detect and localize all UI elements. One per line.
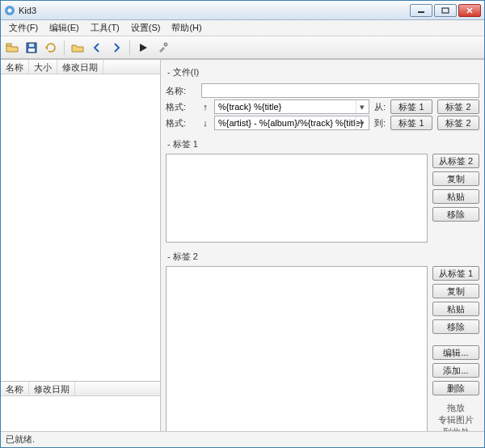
format-up-combo[interactable]: %{track} %{title} ▾: [214, 99, 369, 114]
window-title: Kid3: [19, 6, 36, 15]
tag2-paste-button[interactable]: 粘贴: [432, 302, 479, 316]
file-list-header: 名称 大小 修改日期: [1, 60, 160, 74]
titlebar: Kid3: [1, 1, 484, 20]
window-buttons: [410, 4, 481, 17]
back-icon[interactable]: [89, 40, 105, 56]
tag2-add-button[interactable]: 添加...: [432, 363, 479, 378]
svg-rect-2: [418, 11, 424, 13]
svg-point-1: [8, 8, 12, 12]
dir-list: 名称 修改日期: [1, 381, 160, 431]
status-text: 已就绪.: [6, 433, 35, 446]
to-tag1-button[interactable]: 标签 1: [390, 116, 432, 130]
col-date[interactable]: 修改日期: [57, 60, 103, 74]
tag1-from-tag2-button[interactable]: 从标签 2: [432, 154, 479, 168]
file-section: - 文件(I) 名称: 格式: ↑ %{track} %{title} ▾ 从:…: [166, 63, 479, 130]
file-list[interactable]: [1, 74, 160, 381]
menu-tools[interactable]: 工具(T): [86, 20, 124, 36]
toolbar: [1, 36, 484, 59]
svg-point-10: [164, 43, 167, 46]
content-area: 名称 大小 修改日期 名称 修改日期 - 文件(I) 名称:: [1, 59, 484, 431]
tag1-section: - 标签 1 从标签 2 复制 粘贴 移除: [166, 135, 479, 243]
menu-help[interactable]: 帮助(H): [167, 20, 206, 36]
tag2-buttons: 从标签 1 复制 粘贴 移除 编辑... 添加... 删除 拖放 专辑图片 到此…: [432, 266, 479, 431]
dir-list-header: 名称 修改日期: [1, 382, 160, 396]
col2-name[interactable]: 名称: [1, 382, 29, 395]
configure-icon[interactable]: [154, 40, 171, 56]
chevron-down-icon: ▾: [356, 100, 369, 113]
forward-icon[interactable]: [108, 40, 124, 56]
toolbar-separator: [64, 40, 65, 55]
col-size[interactable]: 大小: [29, 60, 57, 74]
tag2-edit-button[interactable]: 编辑...: [432, 345, 479, 360]
menu-settings[interactable]: 设置(S): [126, 20, 166, 36]
main-window: Kid3 文件(F) 编辑(E) 工具(T) 设置(S) 帮助(H) 名称 大小: [0, 0, 485, 448]
to-tag2-button[interactable]: 标签 2: [437, 116, 479, 130]
tag1-header[interactable]: - 标签 1: [166, 135, 479, 154]
format-down-label: 格式:: [166, 117, 196, 129]
right-pane: - 文件(I) 名称: 格式: ↑ %{track} %{title} ▾ 从:…: [161, 60, 484, 431]
app-icon: [4, 5, 15, 16]
tag2-copy-button[interactable]: 复制: [432, 284, 479, 298]
svg-rect-8: [28, 49, 35, 52]
format-down-value: %{artist} - %{album}/%{track} %{title}: [218, 118, 363, 128]
tag2-fields[interactable]: [166, 266, 428, 431]
save-icon[interactable]: [23, 40, 40, 56]
left-pane: 名称 大小 修改日期 名称 修改日期: [1, 60, 161, 431]
tag1-buttons: 从标签 2 复制 粘贴 移除: [432, 154, 479, 243]
minimize-button[interactable]: [410, 4, 432, 17]
album-art-dropzone[interactable]: 拖放 专辑图片 到此处: [432, 399, 479, 431]
from-tag2-button[interactable]: 标签 2: [437, 99, 479, 114]
tag2-header[interactable]: - 标签 2: [166, 247, 479, 266]
tag1-remove-button[interactable]: 移除: [432, 207, 479, 222]
tag2-delete-button[interactable]: 删除: [432, 381, 479, 395]
format-up-label: 格式:: [166, 101, 196, 113]
revert-icon[interactable]: [43, 40, 59, 56]
from-label: 从:: [374, 101, 386, 113]
name-input[interactable]: [201, 83, 479, 98]
toolbar-separator-2: [129, 40, 130, 55]
col-name[interactable]: 名称: [1, 60, 29, 74]
arrow-down-icon: ↓: [201, 118, 209, 128]
statusbar: 已就绪.: [1, 431, 484, 447]
open-folder-icon[interactable]: [4, 40, 20, 56]
tag1-fields[interactable]: [166, 154, 428, 243]
from-tag1-button[interactable]: 标签 1: [390, 99, 432, 114]
dropzone-text: 拖放 专辑图片 到此处: [438, 402, 474, 431]
to-label: 到:: [374, 117, 386, 129]
arrow-up-icon: ↑: [201, 102, 209, 112]
format-up-value: %{track} %{title}: [218, 102, 281, 112]
format-down-combo[interactable]: %{artist} - %{album}/%{track} %{title} ▾: [214, 116, 369, 130]
tag1-paste-button[interactable]: 粘贴: [432, 189, 479, 204]
menu-edit[interactable]: 编辑(E): [44, 20, 84, 36]
tag2-remove-button[interactable]: 移除: [432, 319, 479, 334]
menubar: 文件(F) 编辑(E) 工具(T) 设置(S) 帮助(H): [1, 20, 484, 36]
svg-rect-9: [29, 44, 34, 47]
menu-file[interactable]: 文件(F): [4, 20, 43, 36]
maximize-button[interactable]: [434, 4, 457, 17]
tag2-section: - 标签 2 从标签 1 复制 粘贴 移除 编辑... 添加... 删除 拖放 …: [166, 247, 479, 431]
svg-rect-6: [6, 44, 11, 46]
tag1-copy-button[interactable]: 复制: [432, 171, 479, 186]
file-section-header[interactable]: - 文件(I): [166, 63, 479, 82]
folder-settings-icon[interactable]: [70, 40, 86, 56]
close-button[interactable]: [458, 4, 481, 17]
tag2-from-tag1-button[interactable]: 从标签 1: [432, 266, 479, 281]
dir-list-body[interactable]: [1, 396, 160, 431]
name-label: 名称:: [166, 85, 196, 97]
svg-rect-3: [442, 8, 449, 13]
chevron-down-icon: ▾: [356, 116, 369, 129]
play-icon[interactable]: [135, 40, 151, 56]
col2-date[interactable]: 修改日期: [29, 382, 75, 395]
